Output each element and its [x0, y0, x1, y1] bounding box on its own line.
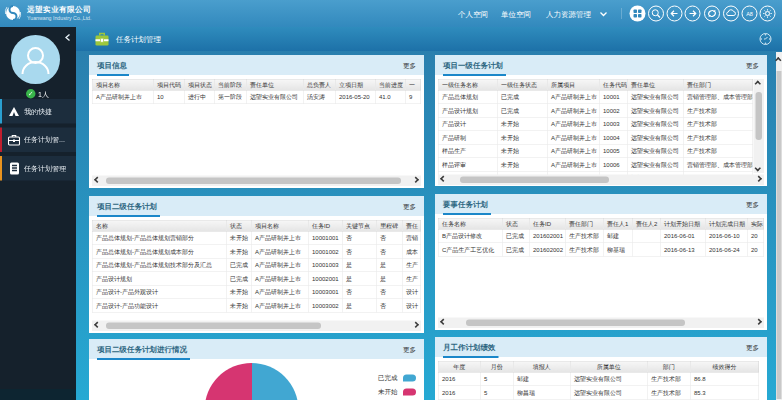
svg-text:A8: A8 [746, 11, 753, 17]
